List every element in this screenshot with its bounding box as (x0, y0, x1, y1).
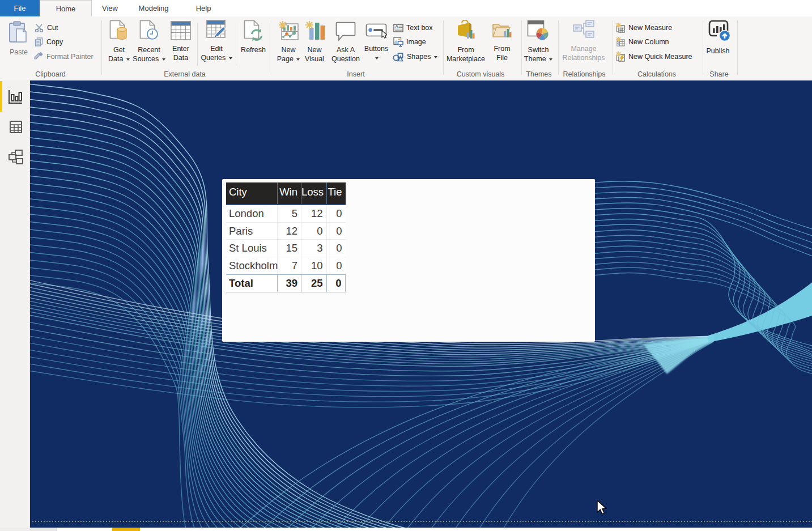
svg-text:A: A (395, 24, 398, 29)
